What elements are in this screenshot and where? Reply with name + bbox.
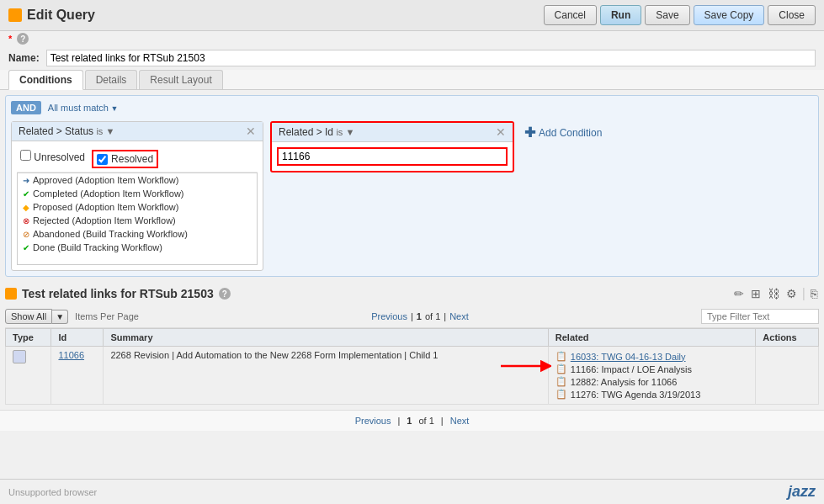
add-condition-button[interactable]: ✚ Add Condition bbox=[521, 121, 605, 144]
table-controls-left: Show All ▼ Items Per Page bbox=[5, 309, 139, 324]
name-input[interactable] bbox=[46, 50, 816, 66]
check-icon: ✔ bbox=[23, 243, 29, 252]
tab-conditions[interactable]: Conditions bbox=[8, 70, 83, 90]
conditions-toolbar: AND All must match bbox=[11, 101, 813, 114]
run-button[interactable]: Run bbox=[600, 5, 641, 25]
related-doc-icon: 📋 bbox=[556, 351, 567, 362]
close-button[interactable]: Close bbox=[768, 5, 816, 25]
condition-status-body: Unresolved Resolved ➜ Approved (Adoption… bbox=[12, 141, 263, 270]
save-copy-button[interactable]: Save Copy bbox=[694, 5, 765, 25]
resolved-label: Resolved bbox=[111, 153, 153, 165]
and-badge: AND bbox=[11, 101, 41, 114]
related-item: 📋 16033: TWG 04-16-13 Daily bbox=[556, 350, 749, 363]
condition-status-operator[interactable]: is ▼ bbox=[96, 126, 114, 136]
add-condition-label: Add Condition bbox=[539, 127, 602, 139]
resolved-checkbox-label[interactable]: Resolved bbox=[92, 150, 158, 168]
results-help-icon[interactable]: ? bbox=[219, 288, 231, 300]
related-text-3: 11276: TWG Agenda 3/19/2013 bbox=[571, 390, 701, 400]
row-id-link[interactable]: 11066 bbox=[58, 350, 84, 360]
table-row: 11066 2268 Revision | Add Automation to … bbox=[6, 347, 819, 405]
save-button[interactable]: Save bbox=[645, 5, 689, 25]
col-actions: Actions bbox=[756, 329, 819, 347]
related-text-2: 12882: Analysis for 11066 bbox=[571, 377, 678, 387]
related-link-0[interactable]: 16033: TWG 04-16-13 Daily bbox=[571, 352, 686, 362]
diamond-icon: ◆ bbox=[23, 203, 29, 212]
unresolved-checkbox-label[interactable]: Unresolved bbox=[20, 150, 85, 168]
col-related: Related bbox=[548, 329, 756, 347]
unresolved-checkbox[interactable] bbox=[20, 150, 31, 161]
condition-status-close[interactable]: ✕ bbox=[246, 125, 256, 137]
condition-id-close[interactable]: ✕ bbox=[496, 126, 506, 138]
slash-icon: ⊘ bbox=[23, 230, 29, 239]
page-separator: | bbox=[411, 311, 413, 321]
related-item: 📋 11166: Impact / LOE Analysis bbox=[556, 363, 749, 375]
gear-toolbar-icon[interactable]: ⚙ bbox=[784, 285, 799, 302]
results-title-icon bbox=[5, 288, 17, 300]
status-item-label: Completed (Adoption Item Workflow) bbox=[33, 188, 184, 199]
cell-type bbox=[6, 347, 51, 405]
unresolved-label: Unresolved bbox=[34, 151, 85, 163]
name-label: Name: bbox=[8, 52, 40, 64]
row-summary-text: 2268 Revision | Add Automation to the Ne… bbox=[110, 350, 438, 360]
resolved-checkbox[interactable] bbox=[97, 154, 108, 165]
previous-link-bottom[interactable]: Previous bbox=[355, 416, 391, 426]
page-separator2: | bbox=[444, 311, 446, 321]
tab-details[interactable]: Details bbox=[85, 70, 138, 89]
condition-id-header: Related > Id is ▼ ✕ bbox=[272, 123, 513, 142]
header-left: Edit Query bbox=[8, 8, 95, 23]
related-item: 📋 12882: Analysis for 11066 bbox=[556, 375, 749, 388]
status-item-label: Proposed (Adoption Item Workflow) bbox=[33, 202, 178, 212]
page-title: Edit Query bbox=[27, 8, 95, 23]
page-current-top: 1 bbox=[417, 311, 422, 321]
related-doc-icon3: 📋 bbox=[556, 376, 567, 387]
col-id: Id bbox=[51, 329, 104, 347]
help-icon[interactable]: ? bbox=[17, 33, 29, 45]
id-value-input[interactable] bbox=[277, 147, 508, 166]
status-checkboxes: Unresolved Resolved bbox=[17, 146, 258, 172]
red-arrow-annotation bbox=[501, 357, 551, 375]
show-all-label[interactable]: Show All bbox=[5, 309, 52, 324]
cell-related: 📋 16033: TWG 04-16-13 Daily 📋 11166: Imp… bbox=[548, 347, 756, 405]
conditions-panel: AND All must match Related > Status is ▼… bbox=[5, 95, 819, 277]
results-title: Test related links for RTSub 21503 ? bbox=[5, 287, 231, 300]
show-all-arrow[interactable]: ▼ bbox=[52, 310, 68, 324]
edit-toolbar-icon[interactable]: ✏ bbox=[732, 285, 746, 302]
condition-status-title: Related > Status is ▼ bbox=[19, 125, 114, 137]
required-marker: * bbox=[8, 34, 12, 44]
bottom-separator: | bbox=[397, 416, 400, 426]
copy-toolbar-icon[interactable]: ⎘ bbox=[809, 285, 819, 302]
table-toolbar-icon[interactable]: ⊞ bbox=[749, 285, 763, 302]
must-match-dropdown[interactable]: All must match bbox=[48, 103, 119, 113]
header: Edit Query Cancel Run Save Save Copy Clo… bbox=[0, 0, 824, 31]
list-item: ◆ Proposed (Adoption Item Workflow) bbox=[18, 200, 257, 214]
cancel-icon: ⊗ bbox=[23, 216, 29, 225]
link-toolbar-icon[interactable]: ⛓ bbox=[766, 285, 781, 302]
next-link-top[interactable]: Next bbox=[449, 311, 469, 321]
previous-link-top[interactable]: Previous bbox=[371, 311, 407, 321]
list-item: ✔ Done (Build Tracking Workflow) bbox=[18, 241, 257, 254]
cancel-button[interactable]: Cancel bbox=[544, 5, 597, 25]
related-doc-icon2: 📋 bbox=[556, 363, 567, 374]
status-item-label: Rejected (Adoption Item Workflow) bbox=[33, 215, 176, 225]
name-row: Name: bbox=[0, 46, 824, 70]
status-item-label: Abandoned (Build Tracking Workflow) bbox=[33, 229, 188, 239]
list-item: ⊘ Abandoned (Build Tracking Workflow) bbox=[18, 227, 257, 241]
filter-input[interactable] bbox=[701, 309, 819, 324]
related-cell: 📋 16033: TWG 04-16-13 Daily 📋 11166: Imp… bbox=[556, 350, 749, 401]
status-item-label: Done (Build Tracking Workflow) bbox=[33, 242, 162, 252]
status-list[interactable]: ➜ Approved (Adoption Item Workflow) ✔ Co… bbox=[17, 172, 258, 265]
condition-id-operator[interactable]: is ▼ bbox=[336, 127, 354, 137]
status-item-label: Approved (Adoption Item Workflow) bbox=[33, 175, 178, 185]
condition-status: Related > Status is ▼ ✕ Unresolved Resol… bbox=[11, 121, 263, 271]
arrow-icon: ➜ bbox=[23, 176, 29, 185]
list-item: ➜ Approved (Adoption Item Workflow) bbox=[18, 173, 257, 187]
next-link-bottom[interactable]: Next bbox=[450, 416, 470, 426]
add-icon: ✚ bbox=[524, 125, 535, 141]
show-all-button[interactable]: Show All ▼ bbox=[5, 309, 68, 324]
cell-actions bbox=[756, 347, 819, 405]
tab-result-layout[interactable]: Result Layout bbox=[139, 70, 222, 89]
page-current-bottom: 1 bbox=[407, 416, 412, 426]
condition-id: Related > Id is ▼ ✕ bbox=[270, 121, 514, 172]
related-item: 📋 11276: TWG Agenda 3/19/2013 bbox=[556, 388, 749, 401]
tab-conditions-label: Conditions bbox=[19, 74, 72, 86]
